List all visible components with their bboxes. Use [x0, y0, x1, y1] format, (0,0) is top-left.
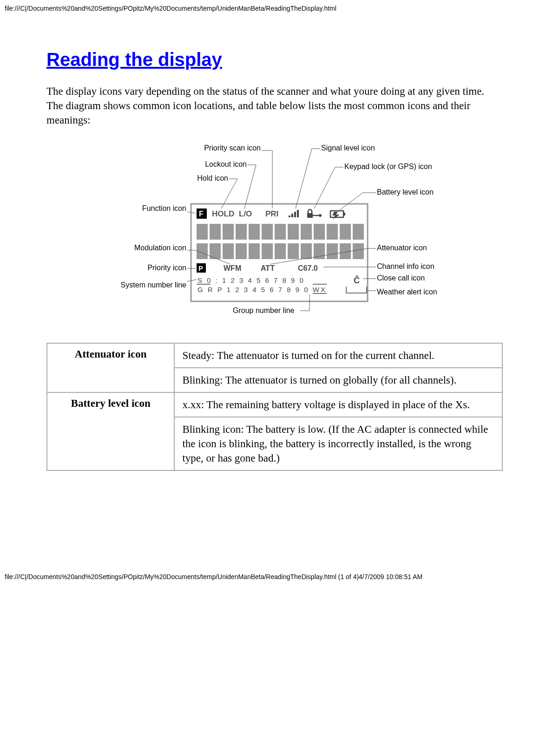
svg-rect-20 — [301, 224, 312, 240]
function-icon: F — [199, 210, 204, 218]
svg-rect-35 — [327, 243, 338, 259]
priority-icon: P — [198, 264, 203, 272]
svg-line-58 — [340, 193, 363, 210]
svg-rect-28 — [236, 243, 247, 259]
table-row: Battery level icon x.xx: The remaining b… — [47, 392, 502, 417]
battery-level-icon — [330, 211, 345, 219]
svg-rect-32 — [288, 243, 299, 259]
svg-point-8 — [319, 214, 322, 217]
svg-line-54 — [296, 149, 312, 209]
label-system-number-line: System number line — [121, 281, 186, 289]
svg-rect-23 — [340, 224, 351, 240]
svg-rect-27 — [223, 243, 234, 259]
svg-rect-3 — [291, 214, 293, 217]
icon-desc-cell: x.xx: The remaining battery voltage is d… — [174, 392, 502, 417]
url-header: file:///C|/Documents%20and%20Settings/PO… — [0, 0, 540, 12]
label-keypad-lock: Keypad lock (or GPS) icon — [344, 163, 432, 170]
signal-level-icon — [289, 210, 299, 217]
svg-rect-33 — [301, 243, 312, 259]
system-number-line: S 0 : 1 2 3 4 5 6 7 8 9 0 — [198, 276, 305, 284]
svg-rect-14 — [223, 224, 234, 240]
lcd-pixel-row-2 — [197, 243, 364, 259]
svg-rect-10 — [343, 213, 345, 215]
display-diagram: F HOLD L/O PRI — [46, 141, 503, 329]
svg-rect-19 — [288, 224, 299, 240]
svg-rect-2 — [289, 215, 290, 217]
priority-scan-icon: PRI — [265, 209, 278, 218]
svg-rect-4 — [294, 212, 296, 217]
label-group-number-line: Group number line — [233, 306, 295, 314]
svg-rect-31 — [275, 243, 286, 259]
hold-icon: HOLD — [212, 209, 234, 218]
svg-rect-6 — [307, 213, 313, 218]
svg-rect-30 — [262, 243, 273, 259]
svg-rect-29 — [249, 243, 260, 259]
group-number-line-text: G R P 1 2 3 4 5 6 7 8 9 0 WX — [198, 286, 327, 293]
svg-rect-22 — [327, 224, 338, 240]
icon-name-cell: Battery level icon — [47, 392, 174, 470]
icon-name-cell: Attenuator icon — [47, 343, 174, 392]
label-channel-info: Channel info icon — [377, 262, 435, 270]
svg-marker-11 — [332, 212, 340, 219]
label-close-call: Close call icon — [377, 274, 425, 282]
label-lockout: Lockout icon — [205, 160, 247, 168]
svg-rect-5 — [297, 210, 299, 217]
label-priority-icon: Priority icon — [147, 264, 186, 272]
label-hold: Hold icon — [197, 174, 228, 182]
icon-desc-cell: Blinking icon: The battery is low. (If t… — [174, 417, 502, 470]
modulation-icon: WFM — [224, 264, 241, 272]
label-battery-level: Battery level icon — [377, 188, 434, 196]
table-row: Attenuator icon Steady: The attenuator i… — [47, 343, 502, 368]
attenuator-icon: ATT — [261, 264, 275, 272]
weather-alert-icon — [346, 287, 367, 293]
svg-rect-16 — [249, 224, 260, 240]
svg-rect-24 — [353, 224, 364, 240]
svg-line-45 — [244, 165, 256, 209]
url-footer: file:///C|/Documents%20and%20Settings/PO… — [0, 573, 540, 585]
svg-rect-17 — [262, 224, 273, 240]
label-priority-scan: Priority scan icon — [204, 144, 261, 152]
svg-rect-13 — [210, 224, 221, 240]
page-title: Reading the display — [46, 49, 503, 70]
lockout-icon: L/O — [239, 209, 252, 218]
lcd-pixel-row-1 — [197, 224, 364, 240]
label-signal-level: Signal level icon — [321, 144, 375, 152]
close-call-icon: Ĉ — [354, 275, 360, 285]
label-attenuator: Attenuator icon — [377, 244, 427, 252]
channel-info-icon: C67.0 — [298, 264, 318, 272]
svg-line-52 — [187, 280, 197, 281]
icon-meaning-table: Attenuator icon Steady: The attenuator i… — [46, 343, 503, 471]
svg-line-56 — [314, 167, 335, 209]
svg-rect-37 — [353, 243, 364, 259]
label-weather-alert: Weather alert icon — [377, 288, 437, 296]
page-content: Reading the display The display icons va… — [0, 12, 540, 489]
intro-paragraph: The display icons vary depending on the … — [46, 84, 503, 127]
label-modulation: Modulation icon — [134, 244, 186, 252]
icon-desc-cell: Steady: The attenuator is turned on for … — [174, 343, 502, 368]
svg-rect-21 — [314, 224, 325, 240]
keypad-lock-icon — [307, 209, 322, 218]
svg-rect-12 — [197, 224, 208, 240]
icon-desc-cell: Blinking: The attenuator is turned on gl… — [174, 368, 502, 392]
svg-rect-15 — [236, 224, 247, 240]
svg-rect-18 — [275, 224, 286, 240]
label-function: Function icon — [142, 204, 186, 212]
